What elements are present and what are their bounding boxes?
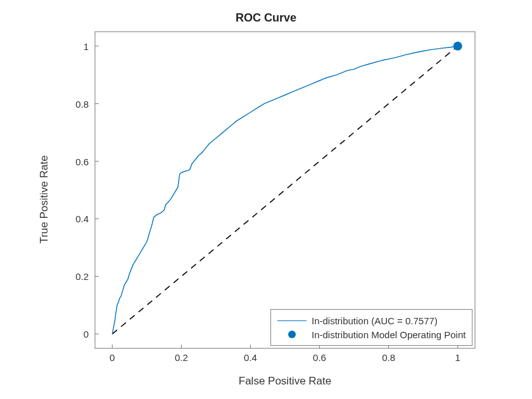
legend-entry-line: In-distribution (AUC = 0.7577)	[277, 314, 466, 327]
legend: In-distribution (AUC = 0.7577) In-distri…	[270, 309, 472, 346]
y-tick-label: 1	[84, 41, 89, 51]
random-classifier-line	[112, 46, 457, 334]
y-tick-label: 0.6	[75, 156, 89, 167]
y-tick-label: 0	[84, 329, 89, 339]
x-tick-label: 1	[455, 352, 460, 363]
y-tick-label: 0.2	[75, 271, 89, 282]
legend-dot-sample	[288, 331, 296, 338]
x-tick-label: 0.4	[244, 352, 257, 363]
legend-label-line: In-distribution (AUC = 0.7577)	[312, 315, 438, 326]
roc-plot-svg	[95, 32, 475, 348]
chart-title: ROC Curve	[0, 11, 532, 25]
y-tick-label: 0.8	[75, 98, 89, 109]
x-axis-label: False Positive Rate	[239, 375, 331, 388]
x-tick-label: 0.2	[175, 352, 188, 363]
roc-figure: ROC Curve 00.20.40.60.8100.20.40.60.81 T…	[0, 0, 532, 399]
x-tick-label: 0.6	[313, 352, 326, 363]
x-tick-label: 0	[110, 352, 115, 363]
operating-point-marker	[453, 42, 462, 51]
legend-label-marker: In-distribution Model Operating Point	[312, 329, 466, 340]
legend-swatch-line	[277, 314, 307, 327]
y-axis-label: True Positive Rate	[38, 155, 51, 243]
y-tick-label: 0.4	[75, 213, 89, 224]
legend-entry-marker: In-distribution Model Operating Point	[277, 327, 466, 341]
legend-swatch-marker	[277, 327, 307, 341]
x-tick-label: 0.8	[382, 352, 395, 363]
legend-line-sample	[277, 320, 307, 321]
